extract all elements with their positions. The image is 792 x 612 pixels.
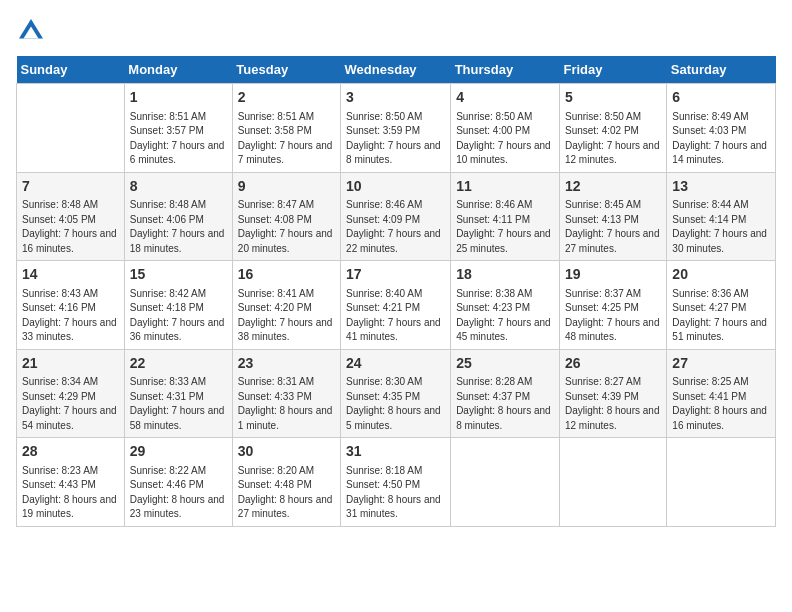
day-number: 31 (346, 442, 445, 462)
day-info: Sunrise: 8:50 AMSunset: 3:59 PMDaylight:… (346, 110, 445, 168)
day-info: Sunrise: 8:30 AMSunset: 4:35 PMDaylight:… (346, 375, 445, 433)
week-row-0: 1Sunrise: 8:51 AMSunset: 3:57 PMDaylight… (17, 84, 776, 173)
day-info: Sunrise: 8:47 AMSunset: 4:08 PMDaylight:… (238, 198, 335, 256)
day-number: 28 (22, 442, 119, 462)
calendar-cell: 4Sunrise: 8:50 AMSunset: 4:00 PMDaylight… (451, 84, 560, 173)
week-row-3: 21Sunrise: 8:34 AMSunset: 4:29 PMDayligh… (17, 349, 776, 438)
calendar-cell: 25Sunrise: 8:28 AMSunset: 4:37 PMDayligh… (451, 349, 560, 438)
header-row: SundayMondayTuesdayWednesdayThursdayFrid… (17, 56, 776, 84)
calendar-cell: 6Sunrise: 8:49 AMSunset: 4:03 PMDaylight… (667, 84, 776, 173)
day-number: 22 (130, 354, 227, 374)
calendar-cell: 19Sunrise: 8:37 AMSunset: 4:25 PMDayligh… (559, 261, 666, 350)
column-header-tuesday: Tuesday (232, 56, 340, 84)
day-info: Sunrise: 8:37 AMSunset: 4:25 PMDaylight:… (565, 287, 661, 345)
calendar-cell: 20Sunrise: 8:36 AMSunset: 4:27 PMDayligh… (667, 261, 776, 350)
day-info: Sunrise: 8:49 AMSunset: 4:03 PMDaylight:… (672, 110, 770, 168)
calendar-cell: 16Sunrise: 8:41 AMSunset: 4:20 PMDayligh… (232, 261, 340, 350)
day-number: 19 (565, 265, 661, 285)
day-number: 13 (672, 177, 770, 197)
calendar-cell: 26Sunrise: 8:27 AMSunset: 4:39 PMDayligh… (559, 349, 666, 438)
day-number: 29 (130, 442, 227, 462)
column-header-friday: Friday (559, 56, 666, 84)
day-number: 6 (672, 88, 770, 108)
day-number: 21 (22, 354, 119, 374)
column-header-wednesday: Wednesday (341, 56, 451, 84)
day-number: 5 (565, 88, 661, 108)
logo-icon (16, 16, 46, 46)
calendar-cell (451, 438, 560, 527)
week-row-2: 14Sunrise: 8:43 AMSunset: 4:16 PMDayligh… (17, 261, 776, 350)
day-number: 18 (456, 265, 554, 285)
calendar-cell: 11Sunrise: 8:46 AMSunset: 4:11 PMDayligh… (451, 172, 560, 261)
day-info: Sunrise: 8:25 AMSunset: 4:41 PMDaylight:… (672, 375, 770, 433)
day-info: Sunrise: 8:51 AMSunset: 3:57 PMDaylight:… (130, 110, 227, 168)
calendar-cell: 13Sunrise: 8:44 AMSunset: 4:14 PMDayligh… (667, 172, 776, 261)
day-info: Sunrise: 8:36 AMSunset: 4:27 PMDaylight:… (672, 287, 770, 345)
day-info: Sunrise: 8:42 AMSunset: 4:18 PMDaylight:… (130, 287, 227, 345)
calendar-cell: 28Sunrise: 8:23 AMSunset: 4:43 PMDayligh… (17, 438, 125, 527)
page-header (16, 16, 776, 46)
calendar-cell: 27Sunrise: 8:25 AMSunset: 4:41 PMDayligh… (667, 349, 776, 438)
day-info: Sunrise: 8:44 AMSunset: 4:14 PMDaylight:… (672, 198, 770, 256)
day-number: 26 (565, 354, 661, 374)
day-number: 11 (456, 177, 554, 197)
calendar-cell: 22Sunrise: 8:33 AMSunset: 4:31 PMDayligh… (124, 349, 232, 438)
week-row-4: 28Sunrise: 8:23 AMSunset: 4:43 PMDayligh… (17, 438, 776, 527)
day-info: Sunrise: 8:34 AMSunset: 4:29 PMDaylight:… (22, 375, 119, 433)
day-info: Sunrise: 8:51 AMSunset: 3:58 PMDaylight:… (238, 110, 335, 168)
day-info: Sunrise: 8:27 AMSunset: 4:39 PMDaylight:… (565, 375, 661, 433)
day-info: Sunrise: 8:45 AMSunset: 4:13 PMDaylight:… (565, 198, 661, 256)
calendar-cell: 5Sunrise: 8:50 AMSunset: 4:02 PMDaylight… (559, 84, 666, 173)
column-header-sunday: Sunday (17, 56, 125, 84)
day-number: 15 (130, 265, 227, 285)
calendar-cell: 3Sunrise: 8:50 AMSunset: 3:59 PMDaylight… (341, 84, 451, 173)
calendar-cell: 31Sunrise: 8:18 AMSunset: 4:50 PMDayligh… (341, 438, 451, 527)
calendar-cell: 24Sunrise: 8:30 AMSunset: 4:35 PMDayligh… (341, 349, 451, 438)
day-number: 1 (130, 88, 227, 108)
day-info: Sunrise: 8:50 AMSunset: 4:02 PMDaylight:… (565, 110, 661, 168)
calendar-cell: 7Sunrise: 8:48 AMSunset: 4:05 PMDaylight… (17, 172, 125, 261)
day-number: 24 (346, 354, 445, 374)
day-info: Sunrise: 8:18 AMSunset: 4:50 PMDaylight:… (346, 464, 445, 522)
calendar-cell: 23Sunrise: 8:31 AMSunset: 4:33 PMDayligh… (232, 349, 340, 438)
day-info: Sunrise: 8:22 AMSunset: 4:46 PMDaylight:… (130, 464, 227, 522)
day-number: 16 (238, 265, 335, 285)
column-header-monday: Monday (124, 56, 232, 84)
day-info: Sunrise: 8:40 AMSunset: 4:21 PMDaylight:… (346, 287, 445, 345)
calendar-cell: 14Sunrise: 8:43 AMSunset: 4:16 PMDayligh… (17, 261, 125, 350)
day-info: Sunrise: 8:50 AMSunset: 4:00 PMDaylight:… (456, 110, 554, 168)
calendar-cell: 1Sunrise: 8:51 AMSunset: 3:57 PMDaylight… (124, 84, 232, 173)
day-info: Sunrise: 8:23 AMSunset: 4:43 PMDaylight:… (22, 464, 119, 522)
day-info: Sunrise: 8:46 AMSunset: 4:09 PMDaylight:… (346, 198, 445, 256)
day-number: 12 (565, 177, 661, 197)
day-info: Sunrise: 8:43 AMSunset: 4:16 PMDaylight:… (22, 287, 119, 345)
calendar-cell (667, 438, 776, 527)
calendar-cell: 15Sunrise: 8:42 AMSunset: 4:18 PMDayligh… (124, 261, 232, 350)
calendar-cell (559, 438, 666, 527)
day-number: 14 (22, 265, 119, 285)
day-number: 2 (238, 88, 335, 108)
calendar-cell: 21Sunrise: 8:34 AMSunset: 4:29 PMDayligh… (17, 349, 125, 438)
day-info: Sunrise: 8:31 AMSunset: 4:33 PMDaylight:… (238, 375, 335, 433)
calendar-cell: 9Sunrise: 8:47 AMSunset: 4:08 PMDaylight… (232, 172, 340, 261)
day-info: Sunrise: 8:28 AMSunset: 4:37 PMDaylight:… (456, 375, 554, 433)
calendar-cell (17, 84, 125, 173)
logo (16, 16, 50, 46)
day-info: Sunrise: 8:46 AMSunset: 4:11 PMDaylight:… (456, 198, 554, 256)
day-info: Sunrise: 8:33 AMSunset: 4:31 PMDaylight:… (130, 375, 227, 433)
day-number: 30 (238, 442, 335, 462)
calendar-cell: 17Sunrise: 8:40 AMSunset: 4:21 PMDayligh… (341, 261, 451, 350)
calendar-cell: 30Sunrise: 8:20 AMSunset: 4:48 PMDayligh… (232, 438, 340, 527)
calendar-cell: 29Sunrise: 8:22 AMSunset: 4:46 PMDayligh… (124, 438, 232, 527)
day-number: 8 (130, 177, 227, 197)
day-info: Sunrise: 8:38 AMSunset: 4:23 PMDaylight:… (456, 287, 554, 345)
calendar-cell: 10Sunrise: 8:46 AMSunset: 4:09 PMDayligh… (341, 172, 451, 261)
day-number: 25 (456, 354, 554, 374)
week-row-1: 7Sunrise: 8:48 AMSunset: 4:05 PMDaylight… (17, 172, 776, 261)
day-number: 4 (456, 88, 554, 108)
calendar-cell: 18Sunrise: 8:38 AMSunset: 4:23 PMDayligh… (451, 261, 560, 350)
day-info: Sunrise: 8:41 AMSunset: 4:20 PMDaylight:… (238, 287, 335, 345)
day-info: Sunrise: 8:48 AMSunset: 4:05 PMDaylight:… (22, 198, 119, 256)
calendar-cell: 12Sunrise: 8:45 AMSunset: 4:13 PMDayligh… (559, 172, 666, 261)
day-info: Sunrise: 8:20 AMSunset: 4:48 PMDaylight:… (238, 464, 335, 522)
